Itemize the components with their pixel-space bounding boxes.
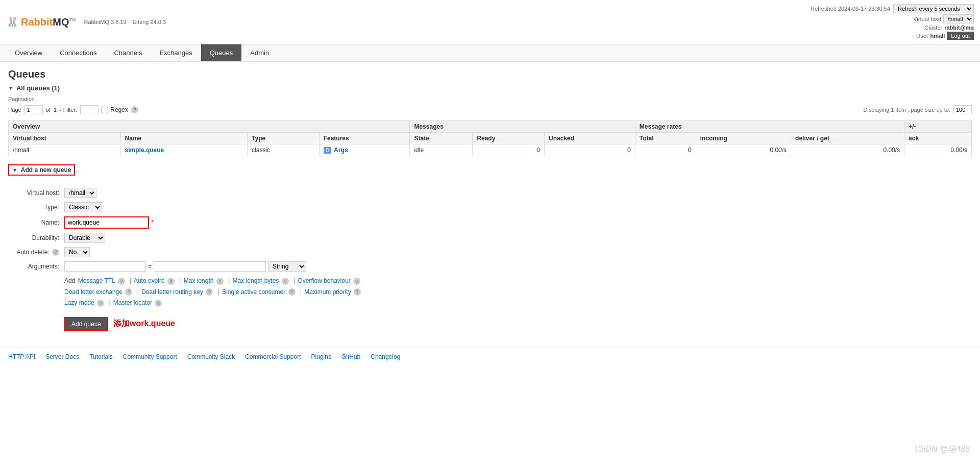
sep1: | <box>130 277 131 284</box>
name-form-label: Name: <box>8 219 64 226</box>
group-header-plusminus[interactable]: +/- <box>904 121 972 133</box>
row-ready: 0 <box>473 144 545 156</box>
cluster-label: Cluster <box>924 25 942 31</box>
group-header-rates: Message rates <box>635 121 904 133</box>
col-unacked: Unacked <box>545 133 635 144</box>
page-input[interactable] <box>24 105 43 114</box>
footer-community-support[interactable]: Community Support <box>123 353 177 360</box>
lazy-help-icon[interactable]: ? <box>97 300 104 307</box>
row-incoming: 0.00/s <box>696 144 791 156</box>
all-queues-header[interactable]: ▼ All queues (1) <box>8 84 972 92</box>
col-vhost: Virtual host <box>9 133 121 144</box>
col-name: Name <box>120 133 247 144</box>
add-queue-label: Add a new queue <box>21 166 71 174</box>
add-queue-button[interactable]: Add queue <box>64 317 108 331</box>
row-total: 0 <box>635 144 696 156</box>
ql-dead-letter-exchange[interactable]: Dead letter exchange <box>64 288 122 296</box>
vhost-form-select[interactable]: /hmall <box>64 188 96 198</box>
footer-changelog[interactable]: Changelog <box>371 353 400 360</box>
footer-tutorials[interactable]: Tutorials <box>89 353 113 360</box>
regex-checkbox[interactable] <box>102 107 108 113</box>
quick-links: Add Message TTL ? | Auto expire ? | Max … <box>64 276 972 309</box>
sep4: | <box>293 277 295 284</box>
all-queues-label: All queues (1) <box>16 84 60 92</box>
col-features: Features <box>319 133 410 144</box>
of-value: 1 <box>54 107 57 113</box>
ql-max-length-bytes[interactable]: Max length bytes <box>233 277 279 284</box>
add-queue-section-header[interactable]: ▼ Add a new queue <box>8 164 75 176</box>
col-deliver-get: deliver / get <box>791 133 904 144</box>
nav-exchanges[interactable]: Exchanges <box>151 44 201 61</box>
auto-expire-help-icon[interactable]: ? <box>167 278 175 285</box>
overflow-help-icon[interactable]: ? <box>353 278 360 285</box>
refresh-select[interactable]: Refresh every 5 seconds Refresh every 10… <box>893 4 974 13</box>
type-form-select[interactable]: Classic Quorum <box>64 202 102 212</box>
queue-link[interactable]: simple.queue <box>125 146 164 154</box>
add-label: Add <box>64 277 75 284</box>
table-row: /hmall simple.queue classic D Args idle … <box>9 144 972 156</box>
arg-value-input[interactable] <box>154 261 266 272</box>
add-queue-row: Add queue 添加work.queue <box>8 317 972 331</box>
type-form-label: Type: <box>8 204 64 211</box>
regex-help-icon[interactable]: ? <box>131 106 138 113</box>
max-length-help-icon[interactable]: ? <box>216 278 224 285</box>
form-row-durability: Durability: Durable Transient <box>8 233 972 243</box>
arg-type-select[interactable]: String Number Boolean <box>268 261 306 272</box>
filter-input[interactable] <box>80 105 99 114</box>
footer-http-api[interactable]: HTTP API <box>8 353 35 360</box>
rabbitmq-version: RabbitMQ 3.8.19 <box>84 19 126 25</box>
ql-max-priority[interactable]: Maximum priority <box>304 288 351 296</box>
ql-overflow[interactable]: Overflow behaviour <box>298 277 350 284</box>
dlrk-help-icon[interactable]: ? <box>206 288 213 296</box>
args-link[interactable]: Args <box>334 146 348 154</box>
form-row-vhost: Virtual host: /hmall <box>8 188 972 198</box>
nav-admin[interactable]: Admin <box>241 44 278 61</box>
form-row-name: Name: * <box>8 216 972 229</box>
ql-lazy-mode[interactable]: Lazy mode <box>64 299 94 306</box>
nav-queues[interactable]: Queues <box>201 44 242 61</box>
footer-github[interactable]: GitHub <box>341 353 360 360</box>
pagination-row: Page of 1 - Filter: Regex ? Displaying 1… <box>8 105 972 114</box>
durability-form-label: Durability: <box>8 234 64 241</box>
ql-single-active[interactable]: Single active consumer <box>222 288 285 296</box>
nav-overview[interactable]: Overview <box>6 44 51 61</box>
footer-community-slack[interactable]: Community Slack <box>187 353 235 360</box>
nav-connections[interactable]: Connections <box>51 44 105 61</box>
auto-delete-help-icon[interactable]: ? <box>52 249 59 256</box>
sep3: | <box>228 277 230 284</box>
nav: Overview Connections Channels Exchanges … <box>0 44 980 62</box>
ml-help-icon[interactable]: ? <box>155 300 162 307</box>
user-value: hmall <box>930 33 945 39</box>
footer-plugins[interactable]: Plugins <box>311 353 331 360</box>
ql-auto-expire[interactable]: Auto expire <box>134 277 165 284</box>
form-row-arguments: Arguments: = String Number Boolean <box>8 261 972 272</box>
ql-message-ttl[interactable]: Message TTL <box>78 277 115 284</box>
nav-channels[interactable]: Channels <box>105 44 151 61</box>
logo: 🐰 RabbitMQTM <box>6 16 76 28</box>
footer: HTTP API Server Docs Tutorials Community… <box>0 348 980 365</box>
logout-button[interactable]: Log out <box>947 32 974 40</box>
row-unacked: 0 <box>545 144 635 156</box>
name-form-input[interactable] <box>66 218 148 227</box>
max-length-bytes-help-icon[interactable]: ? <box>282 278 289 285</box>
sac-help-icon[interactable]: ? <box>288 288 296 296</box>
footer-server-docs[interactable]: Server Docs <box>45 353 79 360</box>
dle-help-icon[interactable]: ? <box>125 288 132 296</box>
footer-commercial-support[interactable]: Commercial Support <box>245 353 301 360</box>
auto-delete-select[interactable]: No Yes <box>64 247 90 257</box>
page-size-input[interactable] <box>953 105 972 114</box>
durability-form-select[interactable]: Durable Transient <box>64 233 105 243</box>
ql-master-locator[interactable]: Master locator <box>113 299 152 306</box>
logo-icon: 🐰 <box>6 16 19 28</box>
ql-max-length[interactable]: Max length <box>184 277 214 284</box>
group-header-messages: Messages <box>410 121 635 133</box>
sep5: | <box>137 288 139 296</box>
message-ttl-help-icon[interactable]: ? <box>118 278 125 285</box>
vhost-select[interactable]: /hmall <box>943 14 974 23</box>
ql-dead-letter-routing[interactable]: Dead letter routing key <box>141 288 203 296</box>
mp-help-icon[interactable]: ? <box>354 288 361 296</box>
add-queue-collapse-icon: ▼ <box>12 167 17 173</box>
logo-text: RabbitMQTM <box>21 16 76 28</box>
arg-key-input[interactable] <box>64 261 146 272</box>
regex-label: Regex ? <box>102 106 138 113</box>
